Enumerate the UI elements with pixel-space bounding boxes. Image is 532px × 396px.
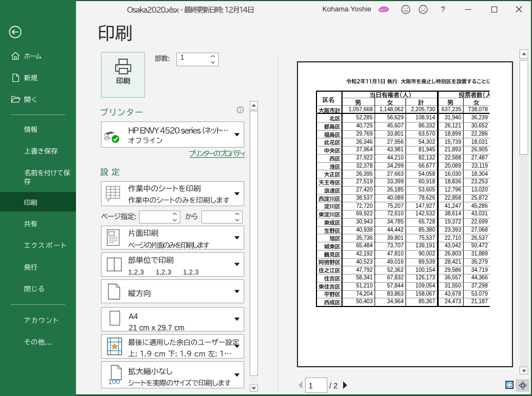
svg-text:100: 100	[108, 378, 120, 386]
